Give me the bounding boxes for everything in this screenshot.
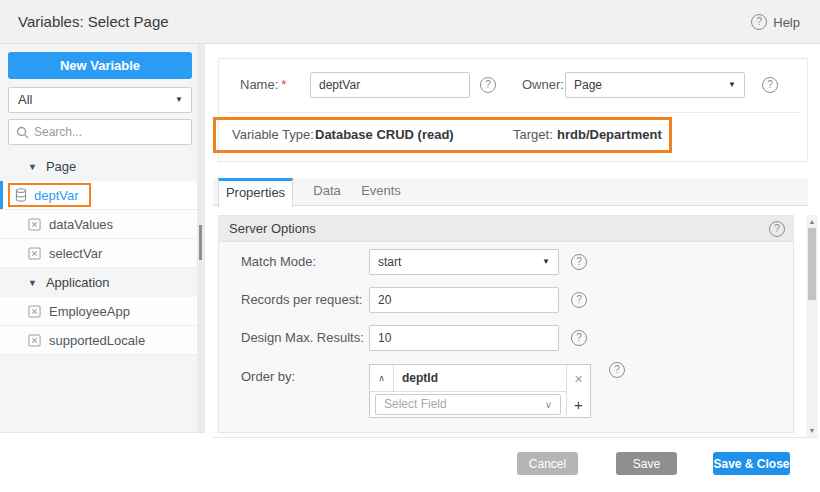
tree-item-selectvar[interactable]: selectVar xyxy=(0,239,197,268)
tree-item-employeeapp[interactable]: EmployeeApp xyxy=(0,297,197,326)
owner-select[interactable]: Page ▼ xyxy=(565,72,745,98)
close-icon: × xyxy=(574,371,582,387)
order-by-row: ∧ deptId xyxy=(370,365,566,392)
order-by-add-row: Select Field ∨ xyxy=(370,392,566,417)
sort-direction-button[interactable]: ∧ xyxy=(370,365,394,391)
tree-group-label: Application xyxy=(46,275,110,290)
sidebar-scrollbar-thumb[interactable] xyxy=(199,225,202,260)
tree-item-label: EmployeeApp xyxy=(49,304,130,319)
search-input[interactable] xyxy=(34,125,191,139)
variable-type-label: Variable Type: xyxy=(232,120,314,150)
help-label: Help xyxy=(773,15,800,30)
chevron-down-icon: ∨ xyxy=(545,395,552,414)
search-box xyxy=(8,119,192,145)
server-options-panel: Server Options ? Match Mode: start ▼ ? R… xyxy=(218,215,794,433)
plus-icon: + xyxy=(574,396,583,413)
sidebar-scrollbar[interactable] xyxy=(197,44,205,432)
match-mode-select[interactable]: start ▼ xyxy=(369,249,559,275)
target-label: Target: xyxy=(513,120,553,150)
order-by-widget: ∧ deptId Select Field ∨ × + xyxy=(369,364,591,418)
order-by-actions: × + xyxy=(566,365,590,417)
tree-item-label: supportedLocale xyxy=(49,333,145,348)
variable-icon xyxy=(28,218,41,231)
tree-expand-icon: ▼ xyxy=(28,278,37,288)
order-by-main: ∧ deptId Select Field ∨ xyxy=(370,365,566,417)
select-field-placeholder: Select Field xyxy=(384,397,447,411)
tree-item-label: deptVar xyxy=(34,188,79,203)
tab-events[interactable]: Events xyxy=(353,178,409,206)
tree-item-supportedlocale[interactable]: supportedLocale xyxy=(0,326,197,355)
dialog-header: Variables: Select Page ? Help xyxy=(0,0,820,44)
selected-highlight-box: deptVar xyxy=(8,183,91,207)
database-icon xyxy=(15,188,27,202)
tree-item-label: selectVar xyxy=(49,246,102,261)
match-mode-label: Match Mode: xyxy=(241,249,316,275)
section-title: Server Options xyxy=(229,216,316,241)
save-button[interactable]: Save xyxy=(616,452,677,475)
variables-sidebar: New Variable All ▼ ▼ Page deptVar xyxy=(0,44,205,433)
variable-icon xyxy=(28,334,41,347)
scrollbar-thumb[interactable] xyxy=(808,228,816,300)
search-icon xyxy=(16,126,29,139)
variable-type-value: Database CRUD (read) xyxy=(315,120,454,150)
add-field-button[interactable]: + xyxy=(567,392,590,417)
match-mode-help-icon[interactable]: ? xyxy=(571,254,587,270)
tree-group-label: Page xyxy=(46,159,76,174)
tree-expand-icon: ▼ xyxy=(28,162,37,172)
tab-data[interactable]: Data xyxy=(305,178,349,206)
chevron-down-icon: ▼ xyxy=(542,250,550,274)
variable-type-highlight-box: Variable Type: Database CRUD (read) Targ… xyxy=(213,117,672,153)
chevron-down-icon: ▼ xyxy=(175,88,183,112)
order-by-label: Order by: xyxy=(241,364,295,390)
variable-filter-select[interactable]: All ▼ xyxy=(8,87,192,113)
name-label: Name:* xyxy=(240,72,286,98)
help-icon: ? xyxy=(751,14,767,30)
tree-group-page[interactable]: ▼ Page xyxy=(0,152,197,181)
name-input[interactable] xyxy=(310,72,470,98)
chevron-down-icon: ▼ xyxy=(728,73,736,97)
help-button[interactable]: ? Help xyxy=(751,0,800,44)
variable-icon xyxy=(28,305,41,318)
required-asterisk: * xyxy=(281,77,286,92)
content-bottom-divider xyxy=(213,437,818,438)
variable-filter-value: All xyxy=(18,92,32,107)
remove-field-button[interactable]: × xyxy=(567,365,590,392)
design-max-results-help-icon[interactable]: ? xyxy=(571,330,587,346)
records-per-request-help-icon[interactable]: ? xyxy=(571,292,587,308)
design-max-results-label: Design Max. Results: xyxy=(241,325,364,351)
match-mode-value: start xyxy=(378,255,401,269)
variable-icon xyxy=(28,247,41,260)
tree-group-application[interactable]: ▼ Application xyxy=(0,268,197,297)
server-options-header: Server Options ? xyxy=(219,216,793,242)
select-field-dropdown[interactable]: Select Field ∨ xyxy=(375,394,561,415)
new-variable-button[interactable]: New Variable xyxy=(8,52,192,79)
properties-scrollbar[interactable]: ▲ ▼ xyxy=(806,215,818,437)
records-per-request-input[interactable] xyxy=(369,287,559,313)
tree-item-deptvar[interactable]: deptVar xyxy=(0,181,197,210)
order-by-field-value: deptId xyxy=(394,371,438,385)
tree-item-label: dataValues xyxy=(49,217,113,232)
order-by-help-icon[interactable]: ? xyxy=(609,362,625,378)
owner-value: Page xyxy=(574,78,602,92)
variables-tree: ▼ Page deptVar dataValues xyxy=(0,152,197,355)
selected-indicator xyxy=(0,181,3,209)
scroll-up-icon[interactable]: ▲ xyxy=(806,218,818,225)
tab-properties[interactable]: Properties xyxy=(218,178,293,207)
scroll-down-icon[interactable]: ▼ xyxy=(806,427,818,434)
records-per-request-label: Records per request: xyxy=(241,287,362,313)
form-divider xyxy=(226,112,800,113)
name-help-icon[interactable]: ? xyxy=(480,77,496,93)
tab-bar: Properties Data Events xyxy=(213,178,808,206)
server-options-help-icon[interactable]: ? xyxy=(769,221,785,237)
design-max-results-input[interactable] xyxy=(369,325,559,351)
target-value: hrdb/Department xyxy=(557,120,662,150)
owner-help-icon[interactable]: ? xyxy=(762,77,778,93)
cancel-button[interactable]: Cancel xyxy=(517,452,578,475)
chevron-up-icon: ∧ xyxy=(378,373,385,383)
save-and-close-button[interactable]: Save & Close xyxy=(713,452,790,475)
page-title: Variables: Select Page xyxy=(18,0,169,44)
tree-item-datavalues[interactable]: dataValues xyxy=(0,210,197,239)
